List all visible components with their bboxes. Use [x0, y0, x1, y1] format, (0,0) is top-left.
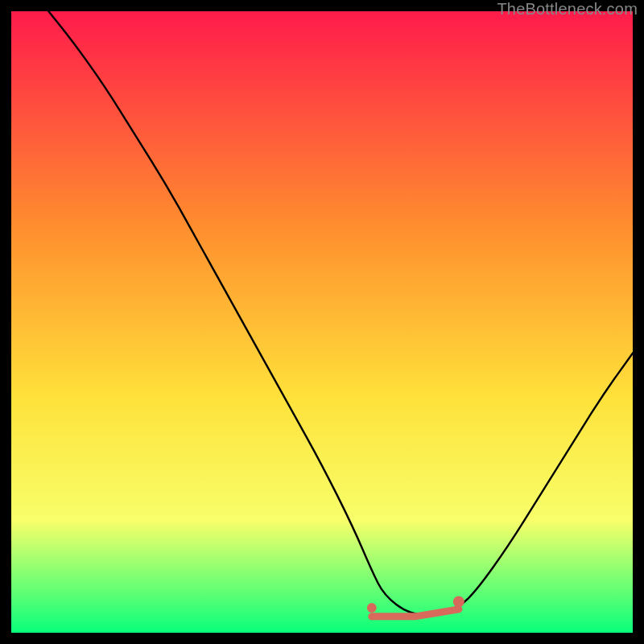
- sweet-spot-right-dot: [453, 596, 464, 607]
- gradient-background: [11, 11, 633, 633]
- sweet-spot-left-dot: [367, 603, 377, 613]
- bottleneck-chart: [11, 11, 633, 633]
- watermark-text: TheBottleneck.com: [497, 0, 638, 19]
